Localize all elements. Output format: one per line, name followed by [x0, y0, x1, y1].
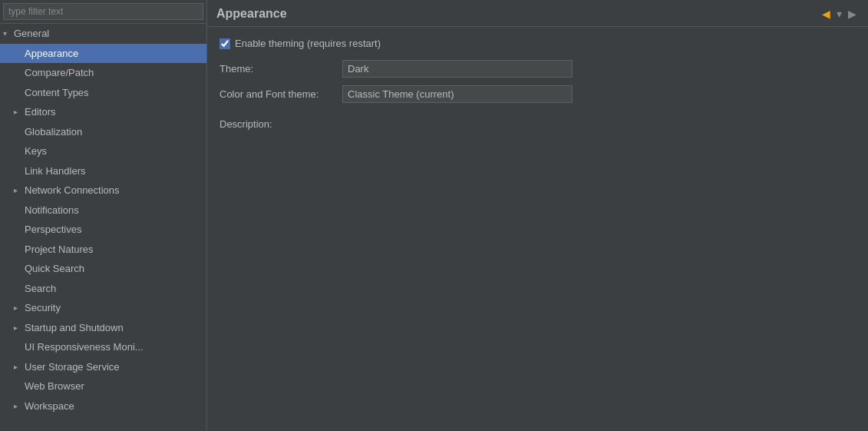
tree-item-label-workspace: Workspace	[25, 399, 203, 414]
tree-item-compare-patch[interactable]: Compare/Patch	[0, 63, 206, 83]
expand-icon-user-storage: ▸	[14, 361, 25, 373]
tree-item-label-network-connections: Network Connections	[25, 183, 203, 198]
tree-item-appearance[interactable]: Appearance	[0, 44, 206, 64]
tree-item-label-editors: Editors	[25, 104, 203, 120]
filter-input[interactable]	[3, 3, 203, 20]
tree-item-notifications[interactable]: Notifications	[0, 201, 206, 220]
tree-item-label-notifications: Notifications	[25, 203, 203, 218]
expand-icon-security: ▸	[14, 302, 25, 313]
tree-item-label-compare-patch: Compare/Patch	[25, 65, 203, 81]
theme-label: Theme:	[219, 63, 342, 75]
tree-item-label-perspectives: Perspectives	[25, 222, 203, 237]
expand-icon-general: ▾	[3, 28, 14, 39]
tree-item-label-ui-responsiveness: UI Responsiveness Moni...	[25, 340, 203, 355]
tree-item-label-appearance: Appearance	[25, 46, 203, 61]
tree-item-link-handlers[interactable]: Link Handlers	[0, 161, 206, 181]
tree-item-user-storage[interactable]: ▸User Storage Service	[0, 357, 206, 377]
theme-input[interactable]	[342, 60, 573, 78]
tree-item-label-user-storage: User Storage Service	[25, 360, 203, 375]
tree-item-editors[interactable]: ▸Editors	[0, 102, 206, 122]
tree-item-label-project-natures: Project Natures	[25, 242, 203, 257]
color-font-label: Color and Font theme:	[219, 88, 342, 100]
description-row: Description:	[219, 118, 856, 130]
tree-item-workspace[interactable]: ▸Workspace	[0, 396, 206, 416]
description-label: Description:	[219, 118, 342, 130]
tree-item-network-connections[interactable]: ▸Network Connections	[0, 181, 206, 201]
tree-item-label-security: Security	[25, 300, 203, 316]
tree-item-keys[interactable]: Keys	[0, 141, 206, 161]
page-title: Appearance	[216, 7, 287, 21]
tree-item-label-keys: Keys	[25, 144, 203, 159]
color-font-row: Color and Font theme:	[219, 85, 856, 103]
nav-back-button[interactable]: ◀	[820, 6, 833, 22]
tree-item-globalization[interactable]: Globalization	[0, 122, 206, 142]
tree-item-security[interactable]: ▸Security	[0, 298, 206, 318]
tree-item-label-general: General	[14, 26, 203, 41]
sidebar: ▾GeneralAppearanceCompare/PatchContent T…	[0, 0, 207, 431]
tree-item-label-search: Search	[25, 281, 203, 297]
expand-icon-editors: ▸	[14, 106, 25, 118]
theme-row: Theme:	[219, 60, 856, 78]
main-container: ▾GeneralAppearanceCompare/PatchContent T…	[0, 0, 868, 431]
tree-item-startup-shutdown[interactable]: ▸Startup and Shutdown	[0, 318, 206, 338]
enable-theming-checkbox[interactable]	[219, 38, 230, 49]
enable-theming-row: Enable theming (requires restart)	[219, 38, 856, 49]
tree-item-ui-responsiveness[interactable]: UI Responsiveness Moni...	[0, 337, 206, 357]
tree-item-label-web-browser: Web Browser	[25, 379, 203, 394]
tree-item-label-link-handlers: Link Handlers	[25, 164, 203, 179]
content-body: Enable theming (requires restart) Theme:…	[207, 27, 868, 431]
tree-item-quick-search[interactable]: Quick Search	[0, 259, 206, 279]
nav-forward-button[interactable]: ▶	[846, 6, 859, 22]
tree-item-label-globalization: Globalization	[25, 124, 203, 140]
tree-item-label-quick-search: Quick Search	[25, 261, 203, 277]
tree-item-label-startup-shutdown: Startup and Shutdown	[25, 320, 203, 336]
expand-icon-network-connections: ▸	[14, 184, 25, 196]
content-header: Appearance ◀ ▾ ▶	[207, 0, 868, 27]
content-area: Appearance ◀ ▾ ▶ Enable theming (require…	[207, 0, 868, 431]
tree-item-project-natures[interactable]: Project Natures	[0, 240, 206, 260]
tree-item-perspectives[interactable]: Perspectives	[0, 220, 206, 240]
nav-buttons: ◀ ▾ ▶	[820, 6, 859, 22]
enable-theming-label[interactable]: Enable theming (requires restart)	[235, 38, 381, 49]
tree-container: ▾GeneralAppearanceCompare/PatchContent T…	[0, 24, 206, 431]
tree-item-label-content-types: Content Types	[25, 85, 203, 101]
expand-icon-workspace: ▸	[14, 400, 25, 412]
color-font-input[interactable]	[342, 85, 573, 103]
tree-item-search[interactable]: Search	[0, 279, 206, 299]
tree-item-general[interactable]: ▾General	[0, 24, 206, 44]
nav-dropdown-button[interactable]: ▾	[834, 6, 844, 22]
tree-item-web-browser[interactable]: Web Browser	[0, 376, 206, 396]
expand-icon-startup-shutdown: ▸	[14, 322, 25, 333]
tree-item-content-types[interactable]: Content Types	[0, 83, 206, 103]
filter-container	[0, 0, 206, 24]
